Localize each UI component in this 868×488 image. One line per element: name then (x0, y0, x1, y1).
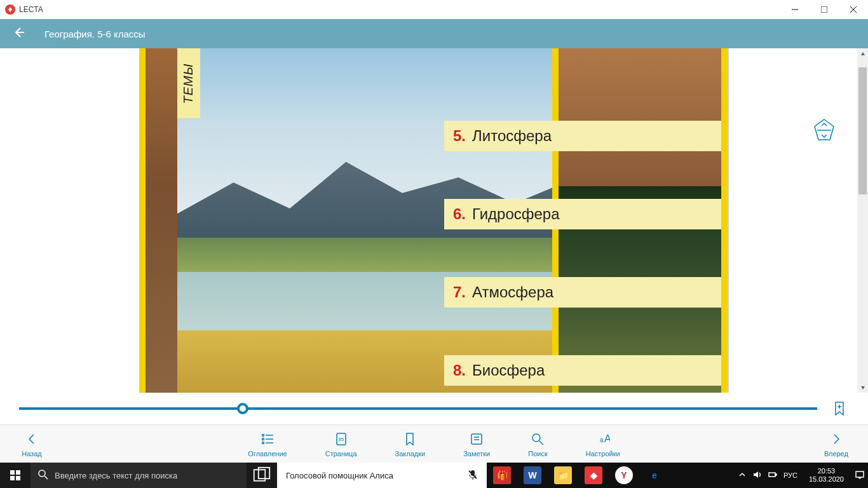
svg-point-30 (39, 470, 45, 477)
app-logo-icon (5, 4, 15, 15)
search-label: Поиск (528, 450, 547, 458)
topic-item[interactable]: 6. Гидросфера (444, 199, 721, 229)
topic-title: Гидросфера (472, 205, 560, 223)
bottom-toolbar: Назад Оглавление 85 Страница Закладки За… (0, 424, 868, 463)
svg-text:A: A (604, 433, 610, 444)
svg-point-15 (262, 442, 264, 444)
tray-notifications-icon[interactable] (855, 470, 864, 480)
app-header: География. 5-6 классы (0, 19, 868, 48)
bookmarks-button[interactable]: Закладки (395, 431, 426, 458)
chevron-right-icon (829, 431, 843, 447)
topic-title: Атмосфера (472, 283, 553, 301)
nav-back-label: Назад (22, 450, 42, 458)
chevron-left-icon (25, 431, 39, 447)
taskbar-app-edge[interactable]: e (639, 463, 670, 488)
taskbar-app-gift[interactable]: 🎁 (487, 463, 517, 488)
back-arrow-button[interactable] (13, 26, 25, 41)
nav-forward-button[interactable]: Вперед (817, 431, 855, 458)
nav-forward-label: Вперед (824, 450, 848, 458)
topic-number: 8. (453, 362, 466, 379)
tray-clock[interactable]: 20:53 15.03.2020 (804, 467, 849, 484)
svg-rect-1 (821, 6, 827, 13)
svg-marker-37 (754, 471, 758, 478)
svg-rect-26 (10, 470, 15, 475)
topic-title: Биосфера (472, 362, 545, 379)
microphone-icon[interactable] (468, 470, 478, 482)
tray-date: 15.03.2020 (809, 475, 844, 484)
svg-line-23 (539, 441, 543, 445)
contents-button[interactable]: Оглавление (248, 431, 287, 458)
taskbar-search[interactable]: Введите здесь текст для поиска (31, 463, 247, 488)
bookmarks-label: Закладки (395, 450, 426, 458)
themes-tab: ТЕМЫ (177, 48, 200, 118)
nav-back-button[interactable]: Назад (13, 431, 51, 458)
svg-line-31 (44, 476, 48, 479)
tray-chevron-icon[interactable] (738, 470, 747, 480)
maximize-button[interactable] (810, 0, 839, 19)
topic-item[interactable]: 5. Литосфера (444, 121, 721, 151)
topic-number: 5. (453, 127, 466, 145)
svg-rect-28 (10, 476, 15, 480)
tray-battery-icon[interactable] (768, 470, 777, 480)
topic-number: 7. (453, 283, 466, 301)
book-title: География. 5-6 классы (44, 29, 146, 39)
taskbar-app-word[interactable]: W (517, 463, 548, 488)
add-bookmark-button[interactable] (830, 402, 849, 416)
window-titlebar: LECTA (0, 0, 868, 19)
start-button[interactable] (0, 463, 31, 488)
notes-icon (470, 431, 484, 447)
svg-point-13 (262, 438, 264, 440)
page-icon: 85 (334, 431, 348, 447)
scrollbar-thumb[interactable] (858, 67, 867, 194)
svg-rect-40 (856, 471, 864, 477)
notes-button[interactable]: Заметки (463, 431, 490, 458)
page-button[interactable]: 85 Страница (325, 431, 357, 458)
task-view-button[interactable] (247, 463, 277, 488)
page-label: Страница (325, 450, 357, 458)
text-size-icon: aA (596, 431, 610, 447)
scroll-down-icon[interactable] (857, 382, 868, 393)
settings-label: Настройки (586, 450, 620, 458)
notes-label: Заметки (463, 450, 490, 458)
slider-thumb[interactable] (237, 403, 248, 414)
svg-rect-27 (16, 470, 20, 475)
search-icon (38, 470, 48, 482)
vertical-scrollbar[interactable] (857, 48, 868, 393)
topic-item[interactable]: 8. Биосфера (444, 355, 721, 386)
taskbar-apps: 🎁 W 📁 ◆ Y e (487, 463, 670, 488)
taskbar-app-yandex[interactable]: Y (609, 463, 639, 488)
content-area: ТЕМЫ 5. Литосфера 6. Гидросфера 7. Атмос… (0, 48, 868, 393)
page-slider-bar (0, 393, 868, 424)
svg-point-22 (532, 434, 540, 442)
minimize-button[interactable] (780, 0, 810, 19)
page-frame: ТЕМЫ 5. Литосфера 6. Гидросфера 7. Атмос… (139, 48, 729, 393)
svg-rect-38 (769, 473, 775, 477)
alisa-label: Голосовой помощник Алиса (286, 471, 393, 480)
tray-language[interactable]: РУС (783, 471, 797, 479)
page-slider[interactable] (19, 407, 817, 410)
windows-taskbar: Введите здесь текст для поиска Голосовой… (0, 463, 868, 488)
close-button[interactable] (839, 0, 868, 19)
taskbar-app-lecta[interactable]: ◆ (578, 463, 609, 488)
svg-text:a: a (600, 437, 604, 444)
svg-rect-19 (471, 434, 482, 444)
system-tray: РУС 20:53 15.03.2020 (734, 463, 868, 488)
scroll-up-icon[interactable] (857, 48, 868, 59)
search-icon (531, 431, 545, 447)
taskbar-app-explorer[interactable]: 📁 (548, 463, 578, 488)
list-icon (261, 431, 275, 447)
bookmark-icon (403, 431, 417, 447)
topic-item[interactable]: 7. Атмосфера (444, 277, 721, 308)
svg-marker-7 (861, 52, 865, 55)
svg-marker-8 (861, 386, 865, 390)
search-button[interactable]: Поиск (528, 431, 547, 458)
app-name: LECTA (19, 5, 43, 14)
page-left-strip (146, 48, 177, 393)
settings-button[interactable]: aA Настройки (586, 431, 620, 458)
svg-rect-39 (775, 474, 776, 475)
split-view-button[interactable] (812, 118, 836, 142)
tray-volume-icon[interactable] (753, 470, 762, 480)
themes-tab-label: ТЕМЫ (182, 63, 196, 104)
taskbar-search-placeholder: Введите здесь текст для поиска (55, 471, 177, 480)
alisa-bar[interactable]: Голосовой помощник Алиса (277, 463, 487, 488)
